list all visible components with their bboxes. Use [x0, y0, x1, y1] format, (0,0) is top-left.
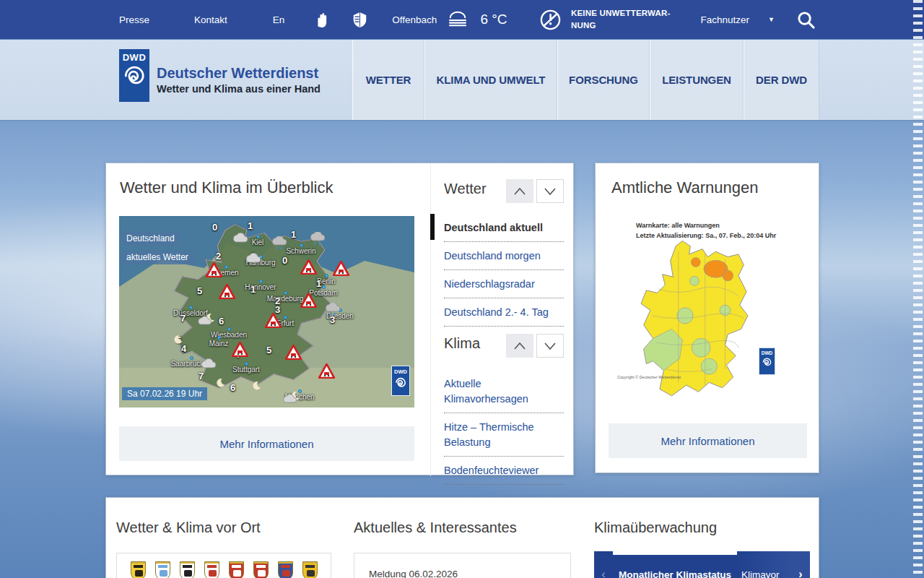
climate-section-title: Klimaüberwachung: [594, 519, 717, 536]
city-label: Magdeburg: [267, 295, 304, 303]
easy-language-shield-icon[interactable]: [352, 12, 367, 28]
weather-warn-icon: [265, 313, 282, 331]
weather-rain-icon: [271, 236, 288, 254]
temperature-value: 6: [230, 382, 235, 393]
news-item-label: Meldung 06.02.2026: [369, 569, 458, 578]
main-nav: WETTERKLIMA UND UMWELTFORSCHUNGLEISTUNGE…: [352, 40, 819, 120]
nav-item-forschung[interactable]: FORSCHUNG: [557, 40, 650, 120]
map-mode-label: aktuelles Wetter: [122, 251, 194, 264]
bremen-coat-icon[interactable]: [229, 561, 244, 578]
klima-menu-item[interactable]: Bodenfeuchteviewer: [444, 457, 564, 485]
hamburg-coat-icon[interactable]: [253, 561, 269, 578]
temperature-value: 0: [212, 222, 217, 233]
state-coats-card[interactable]: [116, 553, 331, 578]
weather-warn-icon: [300, 293, 317, 311]
germany-weather-map[interactable]: Deutschland aktuelles Wetter Sa 07.02.26…: [119, 216, 414, 407]
wetter-menu-item[interactable]: Deutschland aktuell: [444, 214, 564, 242]
mecklenburg-vorpommern-coat-icon[interactable]: [302, 561, 318, 578]
wetter-menu-item[interactable]: Deutschland 2.- 4. Tag: [444, 298, 564, 327]
tab-monatlicher-klimastatus[interactable]: Monatlicher Klimastatus: [613, 551, 737, 578]
weather-cloudmoon-icon: [282, 391, 301, 406]
sign-language-hand-icon[interactable]: [313, 11, 329, 28]
local-section-title: Wetter & Klima vor Ort: [116, 519, 261, 536]
wetter-menu-item[interactable]: Niederschlagsradar: [444, 270, 564, 298]
hessen-coat-icon[interactable]: [278, 561, 293, 578]
temperature-value: 1: [316, 278, 321, 289]
weather-warn-icon: [219, 284, 235, 302]
language-link-en[interactable]: En: [273, 14, 285, 25]
germany-warning-map[interactable]: [632, 236, 776, 409]
dwd-logo[interactable]: DWD: [119, 49, 149, 102]
warnings-more-info-button[interactable]: Mehr Informationen: [609, 423, 807, 458]
weather-warn-icon: [285, 345, 302, 363]
weather-warn-icon: [333, 261, 349, 279]
top-bar: Presse Kontakt En Offenbach 6 °C KEIN: [0, 0, 924, 39]
weather-moon-icon: [216, 378, 225, 391]
tab-scroll-left-icon[interactable]: ‹: [594, 551, 613, 578]
berlin-coat-icon[interactable]: [180, 561, 195, 578]
klima-menu-title: Klima: [444, 335, 480, 352]
nav-item-leistungen[interactable]: LEISTUNGEN: [650, 40, 744, 120]
fog-weather-icon: [447, 11, 468, 28]
city-label: Mainz: [209, 340, 229, 348]
brandenburg-coat-icon[interactable]: [204, 561, 219, 578]
city-label: Kiel: [252, 238, 264, 246]
weather-cloudmoon-icon: [197, 313, 216, 328]
weather-moon-icon: [173, 335, 183, 348]
warnings-title: Amtliche Warnungen: [611, 178, 758, 197]
climate-tab-bar: ‹ Monatlicher Klimastatus Klimavor ›: [594, 551, 810, 578]
tab-scroll-right-icon[interactable]: ›: [791, 551, 810, 578]
kontakt-link[interactable]: Kontakt: [194, 14, 227, 25]
window-blind-stripes: [913, 0, 923, 578]
wetter-scroll-up-button[interactable]: [506, 179, 533, 203]
fachnutzer-dropdown[interactable]: Fachnutzer ▼: [701, 14, 775, 25]
map-dwd-logo: DWD: [391, 366, 410, 396]
warning-status[interactable]: KEINE UNWETTERWAR- NUNG: [539, 7, 671, 33]
klima-menu-item[interactable]: Aktuelle Klimavorhersagen: [444, 370, 564, 413]
temperature-value: 6: [219, 316, 224, 327]
temperature-value: 5: [266, 345, 271, 355]
weather-warn-icon: [206, 262, 222, 280]
warning-status-text: KEINE UNWETTERWAR- NUNG: [571, 7, 671, 33]
current-temperature: 6 °C: [480, 12, 507, 27]
weather-rain-icon: [309, 232, 326, 249]
site-title[interactable]: Deutscher Wetterdienst: [157, 65, 318, 82]
wetter-menu-item[interactable]: Deutschland morgen: [444, 242, 564, 270]
quick-menus: Wetter Deutschland aktuellDeutschland mo…: [430, 163, 575, 476]
location-label[interactable]: Offenbach: [392, 14, 437, 25]
wetter-menu-title: Wetter: [444, 181, 487, 197]
tab-klimavorhersage[interactable]: Klimavor: [737, 551, 791, 578]
nav-item-der-dwd[interactable]: DER DWD: [744, 40, 819, 120]
temperature-value: 7: [180, 313, 186, 324]
baden-wuerttemberg-coat-icon[interactable]: [131, 561, 146, 578]
wetter-scroll-down-button[interactable]: [536, 179, 564, 203]
bayern-coat-icon[interactable]: [155, 561, 170, 578]
klima-scroll-down-button[interactable]: [536, 334, 564, 358]
search-icon[interactable]: [796, 10, 816, 30]
temperature-value: 2: [216, 251, 221, 262]
klima-menu-item[interactable]: Hitze – Thermische Belastung: [444, 413, 564, 457]
presse-link[interactable]: Presse: [119, 14, 149, 25]
city-label: Stuttgart: [232, 366, 260, 374]
site-header: DWD Deutscher Wetterdienst Wetter und Kl…: [0, 40, 924, 120]
news-card[interactable]: Meldung 06.02.2026: [354, 553, 571, 578]
dwd-spiral-icon: [122, 63, 147, 92]
map-timestamp: Sa 07.02.26 19 Uhr: [122, 387, 207, 400]
city-label: Wiesbaden: [211, 331, 247, 339]
weather-warn-icon: [232, 342, 248, 360]
overview-card: Wetter und Klima im Überblick Deutschlan…: [105, 163, 574, 475]
nav-item-wetter[interactable]: WETTER: [352, 40, 424, 120]
bottom-card: Wetter & Klima vor Ort Aktuelles & Inter…: [105, 497, 819, 578]
klima-menu-list: Aktuelle KlimavorhersagenHitze – Thermis…: [444, 370, 564, 485]
klima-scroll-up-button[interactable]: [506, 334, 533, 358]
news-section-title: Aktuelles & Interessantes: [354, 519, 517, 536]
weather-rain-icon: [324, 303, 341, 320]
warning-map-copyright: Copyright © Deutscher Wetterdienst: [617, 375, 681, 379]
temperature-value: 1: [250, 284, 256, 295]
warnings-card: Amtliche Warnungen Warnkarte: alle Warnu…: [595, 163, 819, 473]
dwd-logo-text: DWD: [123, 52, 147, 63]
overview-more-info-button[interactable]: Mehr Informationen: [119, 426, 414, 461]
city-label: Hannover: [245, 283, 276, 291]
nav-item-klima-und-umwelt[interactable]: KLIMA UND UMWELT: [424, 40, 557, 120]
site-slogan: Wetter und Klima aus einer Hand: [157, 83, 321, 95]
